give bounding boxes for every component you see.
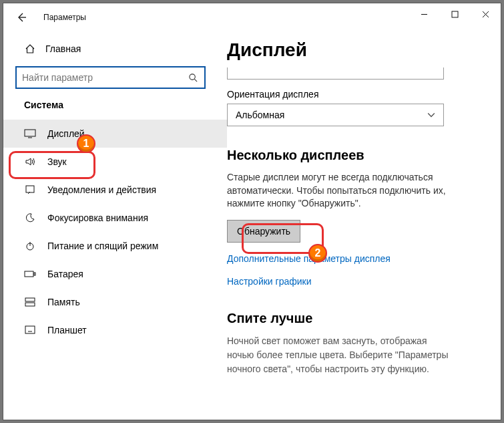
svg-rect-9 [25,326,35,333]
battery-icon [24,268,36,280]
svg-rect-0 [452,11,458,17]
nav-label: Звук [47,156,67,167]
monitor-icon [24,128,36,140]
settings-window: Параметры Главная С [3,3,501,420]
notifications-icon [24,184,36,196]
multi-display-heading: Несколько дисплеев [227,148,482,163]
nav-label: Планшет [47,325,87,335]
maximize-button[interactable] [439,3,470,25]
nav-list: Дисплей Звук Уведомления и действия Фоку… [3,120,227,344]
sleep-body: Ночной свет поможет вам заснуть, отображ… [227,334,454,376]
window-controls [409,10,501,25]
tablet-icon [24,324,36,336]
svg-rect-8 [25,303,35,306]
nav-label: Уведомления и действия [47,184,156,195]
search-input[interactable] [15,66,206,89]
nav-label: Питание и спящий режим [47,241,158,251]
svg-rect-5 [25,271,33,277]
search-icon [187,72,199,84]
detect-button-label: Обнаружить [237,226,290,237]
nav-item-display[interactable]: Дисплей [3,120,227,148]
nav-label: Фокусировка внимания [47,213,148,223]
minimize-button[interactable] [409,3,439,25]
sleep-better-heading: Спите лучше [227,311,482,326]
advanced-display-link[interactable]: Дополнительные параметры дисплея [227,253,482,264]
nav-item-tablet[interactable]: Планшет [3,316,227,344]
chevron-down-icon [427,112,435,119]
titlebar: Параметры [3,3,501,31]
svg-rect-7 [25,298,35,301]
orientation-label: Ориентация дисплея [227,89,482,100]
nav-item-storage[interactable]: Память [3,288,227,316]
graphics-settings-link[interactable]: Настройки графики [227,276,482,287]
detect-button[interactable]: Обнаружить [227,220,300,243]
svg-rect-2 [25,130,35,136]
nav-item-power[interactable]: Питание и спящий режим [3,232,227,260]
storage-icon [24,296,36,308]
dropdown-value: Альбомная [236,110,284,120]
svg-rect-3 [26,186,34,192]
main-panel: Дисплей Ориентация дисплея Альбомная Нес… [227,31,501,420]
nav-item-battery[interactable]: Батарея [3,260,227,288]
home-icon [24,43,36,55]
back-icon[interactable] [15,11,27,23]
svg-rect-6 [34,273,35,275]
sound-icon [24,156,36,168]
section-heading: Система [24,100,227,110]
search-field[interactable] [22,72,187,83]
window-title: Параметры [43,13,86,22]
power-icon [24,240,36,252]
home-label: Главная [45,43,81,54]
orientation-dropdown[interactable]: Альбомная [227,104,444,126]
nav-label: Память [47,297,80,307]
nav-item-focus[interactable]: Фокусировка внимания [3,204,227,232]
scale-dropdown-partial[interactable] [227,67,444,80]
svg-point-1 [189,74,194,79]
nav-label: Батарея [47,269,83,279]
sidebar: Главная Система Дисплей Звук [3,31,227,420]
close-button[interactable] [470,3,501,25]
nav-item-notifications[interactable]: Уведомления и действия [3,176,227,204]
home-link[interactable]: Главная [15,38,227,59]
page-title: Дисплей [227,39,482,61]
nav-item-sound[interactable]: Звук [3,148,227,176]
nav-label: Дисплей [47,128,85,139]
multi-display-body: Старые дисплеи могут не всегда подключат… [227,171,447,210]
moon-icon [24,212,36,224]
